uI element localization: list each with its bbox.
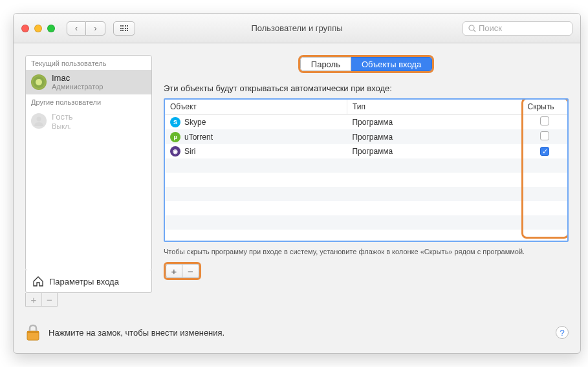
main-panel: Пароль Объекты входа Эти объекты будут о… [164,55,569,307]
titlebar: ‹ › Пользователи и группы Поиск [14,14,580,43]
col-object[interactable]: Объект [165,100,347,114]
avatar [31,74,47,90]
tab-password[interactable]: Пароль [300,57,351,71]
tab-login-items[interactable]: Объекты входа [351,57,432,71]
svg-line-1 [474,30,475,32]
item-type: Программа [347,114,522,130]
other-users-label: Другие пользователи [26,94,151,109]
content: Текущий пользователь Imac Администратор … [14,43,580,316]
table-row[interactable]: µ uTorrent Программа [165,129,567,144]
guest-status: Выкл. [52,122,73,130]
sidebar-item-guest[interactable]: Гость Выкл. [26,109,151,133]
close-icon[interactable] [21,25,29,32]
user-add-remove: + − [25,293,58,307]
login-options-button[interactable]: Параметры входа [25,270,152,293]
nav-buttons: ‹ › [67,21,105,36]
remove-user-button: − [41,293,57,306]
house-icon [32,276,44,287]
table-row[interactable]: S Skype Программа [165,114,567,130]
remove-item-button[interactable]: − [182,264,199,278]
sidebar: Текущий пользователь Imac Администратор … [25,55,152,307]
forward-button[interactable]: › [86,21,105,36]
hide-checkbox[interactable] [540,147,549,156]
user-name: Imac [52,74,103,83]
login-items-table: Объект Тип Скрыть S Skype Программа µ uT… [164,98,569,242]
search-input[interactable]: Поиск [463,21,572,36]
item-type: Программа [347,129,522,144]
user-list: Текущий пользователь Imac Администратор … [25,55,152,271]
minimize-icon[interactable] [34,25,42,32]
heading: Эти объекты будут открываться автоматиче… [164,83,569,93]
zoom-icon[interactable] [47,25,55,32]
sidebar-item-current-user[interactable]: Imac Администратор [26,70,151,94]
app-icon: ◉ [170,146,180,157]
lock-text: Нажмите на замок, чтобы внести изменения… [49,328,224,338]
hide-checkbox[interactable] [540,116,549,125]
help-button[interactable]: ? [556,326,569,339]
svg-point-0 [469,25,474,30]
item-type: Программа [347,144,522,158]
table-row[interactable]: ◉ Siri Программа [165,144,567,158]
grid-icon [120,25,129,31]
add-user-button: + [26,293,41,306]
window-title: Пользователи и группы [251,23,342,33]
app-icon: S [170,117,180,127]
item-name: uTorrent [184,133,213,142]
lock-icon[interactable] [25,323,41,341]
prefs-window: ‹ › Пользователи и группы Поиск Текущий … [13,13,581,354]
item-name: Skype [184,118,206,127]
tab-control: Пароль Объекты входа [164,55,569,73]
add-item-button[interactable]: + [166,264,182,278]
hide-checkbox[interactable] [540,131,549,140]
hint-text: Чтобы скрыть программу при входе в систе… [164,247,569,257]
window-controls [21,25,55,32]
user-role: Администратор [52,83,103,91]
item-name: Siri [184,147,195,156]
svg-rect-6 [27,331,39,333]
back-button[interactable]: ‹ [67,21,86,36]
col-type[interactable]: Тип [347,100,522,114]
svg-point-3 [36,79,42,85]
search-icon [468,25,476,32]
col-hide[interactable]: Скрыть [522,100,567,114]
guest-name: Гость [52,113,73,122]
table-header-row: Объект Тип Скрыть [165,100,567,114]
table-empty-rows [165,158,567,230]
footer: Нажмите на замок, чтобы внести изменения… [14,316,580,353]
login-options-label: Параметры входа [49,277,119,287]
current-user-label: Текущий пользователь [26,56,151,70]
search-placeholder: Поиск [479,23,502,33]
avatar [31,113,47,129]
item-add-remove: + − [164,262,201,280]
svg-point-4 [37,117,41,122]
show-all-button[interactable] [113,21,135,36]
app-icon: µ [170,132,180,142]
